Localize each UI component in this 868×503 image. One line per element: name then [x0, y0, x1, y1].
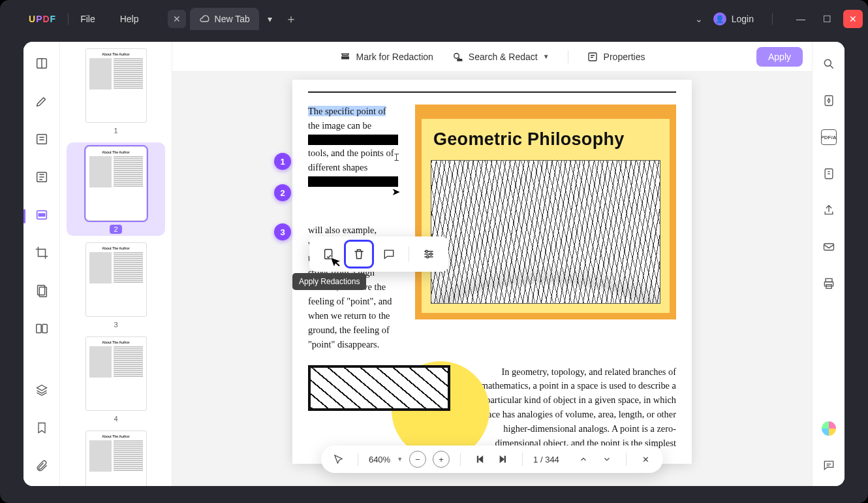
- view-controls-bar: 640% ▼ − + ✕: [321, 446, 663, 473]
- svg-point-16: [427, 256, 429, 258]
- thumb-label: 4: [114, 415, 117, 423]
- rail-reader-icon[interactable]: [33, 56, 50, 71]
- pdfa-icon[interactable]: PDF/A: [821, 129, 837, 145]
- callout-3: 3: [274, 223, 291, 240]
- search-label: Search & Redact: [469, 52, 538, 62]
- svg-point-15: [430, 253, 432, 255]
- rail-compare-icon[interactable]: [33, 321, 50, 336]
- selected-text[interactable]: The specific point of: [308, 106, 386, 116]
- svg-rect-20: [824, 244, 833, 250]
- figure: Geometric Philosophy: [415, 105, 676, 319]
- right-rail: PDF/A: [812, 42, 845, 486]
- zoom-dropdown-icon[interactable]: ▼: [397, 456, 403, 462]
- first-page-button[interactable]: [471, 451, 488, 468]
- svg-rect-18: [825, 96, 833, 106]
- svg-point-10: [454, 53, 459, 58]
- thumb-title: About The Author: [89, 246, 143, 250]
- apply-button[interactable]: Apply: [756, 47, 803, 67]
- close-bar-button[interactable]: ✕: [637, 451, 654, 468]
- compress-icon[interactable]: [821, 166, 837, 182]
- settings-button[interactable]: [416, 242, 442, 267]
- select-tool-icon[interactable]: [330, 451, 347, 468]
- ai-tool-icon[interactable]: [821, 93, 837, 108]
- rail-redact-icon[interactable]: [33, 208, 50, 222]
- thumb-label: 3: [114, 321, 117, 329]
- rail-edit-icon[interactable]: [33, 132, 50, 146]
- figure-title: Geometric Philosophy: [431, 119, 660, 160]
- text-line: the image can be: [308, 120, 371, 131]
- tab-label: New Tab: [215, 14, 250, 24]
- email-icon[interactable]: [821, 239, 837, 255]
- svg-rect-1: [37, 135, 46, 144]
- tab-dropdown[interactable]: ▾: [263, 12, 277, 26]
- rail-attachment-icon[interactable]: [33, 459, 50, 473]
- text-line: tools, and the points of different shape…: [308, 148, 394, 172]
- redaction-mark-1[interactable]: [308, 135, 398, 145]
- left-rail: [23, 42, 60, 486]
- tab-add-button[interactable]: ＋: [285, 11, 297, 27]
- thumb-title: About The Author: [89, 52, 143, 56]
- delete-redaction-button[interactable]: [346, 242, 372, 267]
- left-column-text[interactable]: The specific point of the image can be t…: [308, 105, 398, 352]
- next-page-button[interactable]: [598, 451, 615, 468]
- menu-help[interactable]: Help: [120, 14, 139, 24]
- rail-crop-icon[interactable]: [33, 246, 50, 260]
- mark-label: Mark for Redaction: [356, 52, 433, 62]
- tab-current[interactable]: New Tab: [190, 8, 259, 30]
- search-and-redact-button[interactable]: Search & Redact ▼: [452, 51, 550, 63]
- document-area[interactable]: Mark for Redaction Search & Redact ▼ Pro…: [172, 42, 812, 486]
- redaction-toolbar: Mark for Redaction Search & Redact ▼ Pro…: [172, 42, 812, 72]
- tooltip-apply-redactions: Apply Redactions: [292, 273, 366, 290]
- svg-rect-7: [36, 325, 40, 333]
- prev-page-button[interactable]: [575, 451, 592, 468]
- cloud-icon: [199, 14, 209, 24]
- chat-icon[interactable]: [821, 457, 837, 473]
- properties-button[interactable]: Properties: [587, 51, 645, 63]
- thumb-label: 1: [114, 127, 117, 135]
- rail-highlight-icon[interactable]: [33, 94, 50, 108]
- login-button[interactable]: 👤 Login: [713, 12, 754, 25]
- thumb-title: About The Author: [89, 434, 143, 438]
- ai-assistant-icon[interactable]: [821, 421, 837, 436]
- thumbnail-2[interactable]: About The Author 2: [67, 142, 165, 236]
- apply-redactions-button[interactable]: [316, 242, 342, 267]
- last-page-button[interactable]: [495, 451, 512, 468]
- window-close[interactable]: ✕: [843, 10, 863, 28]
- callout-2: 2: [274, 184, 291, 201]
- mark-for-redaction-button[interactable]: Mark for Redaction: [339, 51, 433, 63]
- share-icon[interactable]: [821, 203, 837, 218]
- rail-form-icon[interactable]: [33, 170, 50, 184]
- svg-rect-11: [457, 59, 462, 60]
- page-input[interactable]: [533, 455, 568, 464]
- login-label: Login: [732, 14, 754, 24]
- thumbnail-1[interactable]: About The Author 1: [67, 48, 165, 136]
- properties-label: Properties: [604, 52, 645, 62]
- window-minimize[interactable]: —: [791, 10, 811, 28]
- rail-bookmark-icon[interactable]: [33, 421, 50, 435]
- thumbnail-panel[interactable]: About The Author 1 About The Author 2 Ab…: [60, 42, 172, 486]
- thumb-title: About The Author: [89, 340, 143, 344]
- redaction-mark-2[interactable]: [308, 176, 398, 187]
- comment-button[interactable]: [376, 242, 402, 267]
- avatar-icon: 👤: [713, 12, 726, 25]
- figure-image: [431, 160, 660, 304]
- search-icon[interactable]: [821, 56, 837, 72]
- thumbnail-5[interactable]: About The Author 5: [67, 430, 165, 486]
- rail-layers-icon[interactable]: [33, 383, 50, 397]
- thumb-title: About The Author: [89, 150, 143, 154]
- window-maximize[interactable]: ☐: [817, 10, 837, 28]
- zoom-in-button[interactable]: +: [433, 451, 450, 468]
- zoom-value[interactable]: 640%: [369, 455, 390, 464]
- svg-point-17: [824, 59, 831, 66]
- rail-organize-icon[interactable]: [33, 284, 50, 298]
- zoom-out-button[interactable]: −: [409, 451, 426, 468]
- thumbnail-3[interactable]: About The Author 3: [67, 242, 165, 330]
- title-dropdown[interactable]: ⌄: [691, 10, 707, 28]
- svg-rect-8: [42, 325, 46, 333]
- print-icon[interactable]: [821, 276, 837, 291]
- thumbnail-4[interactable]: About The Author 4: [67, 336, 165, 424]
- menu-file[interactable]: File: [80, 14, 95, 24]
- app-logo: UPDF: [29, 14, 56, 24]
- right-paragraph: In geometry, topology, and related branc…: [470, 365, 676, 451]
- tab-close-button[interactable]: ✕: [168, 10, 186, 28]
